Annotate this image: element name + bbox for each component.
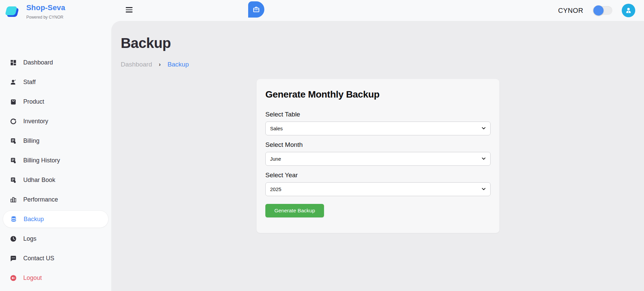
topbar: CYNOR [111, 0, 644, 21]
brand-logo-icon [5, 5, 20, 20]
year-select[interactable]: 2025 [265, 182, 491, 196]
brand[interactable]: Shop-Seva Powered by CYNOR [5, 3, 65, 20]
performance-icon [9, 195, 17, 204]
sidebar-item-label: Billing [23, 137, 39, 144]
sidebar-item-performance[interactable]: Performance [0, 190, 111, 209]
toggle-knob [593, 5, 604, 16]
sidebar-item-label: Inventory [23, 118, 48, 125]
dashboard-icon [9, 58, 17, 67]
sidebar-item-label: Staff [23, 79, 36, 86]
logs-icon [9, 235, 17, 243]
sidebar-item-label: Billing History [23, 157, 60, 164]
year-field: Select Year 2025 [265, 171, 491, 196]
sidebar-item-staff[interactable]: Staff [0, 72, 111, 92]
sidebar-item-label: Backup [24, 216, 44, 223]
sidebar-item-label: Dashboard [23, 59, 53, 66]
sidebar-item-logs[interactable]: Logs [0, 229, 111, 248]
udhar-book-icon [9, 176, 17, 184]
logout-icon [9, 274, 17, 282]
billing-history-icon [9, 156, 17, 164]
sidebar-item-billing[interactable]: Billing [0, 131, 111, 151]
sidebar-nav: Dashboard Staff Product Inventory Billin [0, 53, 111, 288]
sidebar-item-product[interactable]: Product [0, 92, 111, 111]
hamburger-menu-button[interactable] [124, 5, 134, 15]
sidebar-item-label: Contact US [23, 255, 54, 262]
org-label: CYNOR [558, 7, 583, 15]
table-field-label: Select Table [265, 111, 491, 118]
month-field: Select Month June [265, 141, 491, 166]
table-field: Select Table Sales [265, 111, 491, 135]
sidebar-item-backup[interactable]: Backup [3, 210, 109, 228]
backup-icon [9, 215, 18, 223]
sidebar-item-label: Performance [23, 196, 58, 203]
workspace-button[interactable] [248, 1, 264, 18]
staff-icon [9, 78, 17, 86]
theme-toggle[interactable] [593, 6, 612, 15]
sidebar-item-dashboard[interactable]: Dashboard [0, 53, 111, 72]
sidebar-item-label: Logs [23, 235, 36, 242]
content-panel: Backup Dashboard › Backup Generate Month… [111, 21, 644, 291]
card-title: Generate Monthly Backup [265, 89, 491, 100]
sidebar-item-inventory[interactable]: Inventory [0, 111, 111, 131]
inventory-icon [9, 117, 17, 125]
sidebar-item-billing-history[interactable]: Billing History [0, 151, 111, 170]
product-icon [9, 98, 17, 106]
breadcrumb-dashboard-link[interactable]: Dashboard [121, 61, 152, 68]
month-field-label: Select Month [265, 141, 491, 149]
year-field-label: Select Year [265, 171, 491, 179]
breadcrumb-current[interactable]: Backup [168, 61, 189, 68]
brand-name: Shop-Seva [26, 3, 65, 12]
user-avatar[interactable] [622, 4, 635, 17]
month-select[interactable]: June [265, 152, 491, 166]
generate-backup-button[interactable]: Generate Backup [265, 204, 324, 217]
sidebar-item-label: Logout [23, 274, 42, 282]
sidebar: Shop-Seva Powered by CYNOR Dashboard Sta… [0, 0, 111, 291]
user-icon [624, 6, 633, 15]
brand-tagline: Powered by CYNOR [26, 15, 65, 20]
breadcrumb: Dashboard › Backup [121, 61, 189, 68]
generate-backup-card: Generate Monthly Backup Select Table Sal… [257, 79, 499, 233]
chevron-right-icon: › [159, 61, 161, 68]
sidebar-item-label: Udhar Book [23, 177, 55, 184]
billing-icon [9, 137, 17, 145]
sidebar-item-label: Product [23, 98, 44, 105]
table-select[interactable]: Sales [265, 122, 491, 135]
sidebar-item-logout[interactable]: Logout [0, 268, 111, 288]
contact-icon [9, 254, 17, 262]
page-title: Backup [121, 35, 171, 51]
briefcase-icon [252, 5, 260, 14]
sidebar-item-udhar-book[interactable]: Udhar Book [0, 170, 111, 190]
sidebar-item-contact-us[interactable]: Contact US [0, 248, 111, 268]
